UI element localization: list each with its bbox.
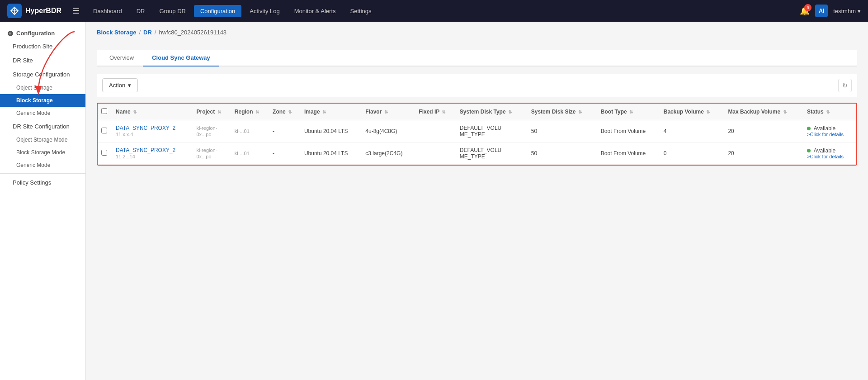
sidebar-item-object-storage[interactable]: Object Storage (0, 81, 85, 94)
main-content: Block Storage / DR / hwfc80_202405261911… (86, 22, 868, 380)
avatar: AI (815, 5, 828, 17)
row-2-name: DATA_SYNC_PROXY_211.2...14 (112, 142, 193, 165)
sort-icon-flavor[interactable]: ⇅ (384, 109, 388, 114)
nav-dashboard[interactable]: Dashboard (87, 5, 128, 17)
sort-icon-region[interactable]: ⇅ (255, 109, 259, 114)
row-2-fixed-ip (415, 142, 456, 165)
sidebar-item-block-storage-mode[interactable]: Block Storage Mode (0, 146, 85, 159)
nav-group-dr[interactable]: Group DR (153, 5, 192, 17)
sidebar-item-generic-mode-storage[interactable]: Generic Mode (0, 107, 85, 119)
col-backup-volume: Backup Volume ⇅ (660, 104, 725, 120)
sidebar-divider (0, 173, 85, 174)
row-1-status-value: Available (814, 125, 835, 132)
nav-items: Dashboard DR Group DR Configuration Acti… (87, 5, 800, 17)
row-1-click-details[interactable]: >Click for details (807, 132, 853, 137)
sidebar-item-policy-settings[interactable]: Policy Settings (0, 176, 85, 190)
sort-icon-project[interactable]: ⇅ (217, 109, 221, 114)
row-1-region: kl-...01 (231, 120, 269, 142)
sidebar-section-label: Configuration (16, 30, 55, 37)
sort-icon-status[interactable]: ⇅ (826, 109, 830, 114)
col-status: Status ⇅ (803, 104, 856, 120)
row-1-max-backup-volume: 20 (724, 120, 803, 142)
row-1-flavor: 4u-8g(4C8G) (362, 120, 415, 142)
sort-icon-name[interactable]: ⇅ (133, 109, 137, 114)
row-2-checkbox[interactable] (101, 150, 107, 156)
sort-icon-zone[interactable]: ⇅ (288, 109, 292, 114)
row-2-region-value: kl-...01 (235, 151, 250, 156)
sidebar: Configuration Production Site DR Site St… (0, 22, 86, 380)
sort-icon-system-disk-type[interactable]: ⇅ (508, 109, 512, 114)
select-all-checkbox[interactable] (101, 108, 107, 114)
sidebar-item-storage-configuration[interactable]: Storage Configuration (0, 67, 85, 81)
row-1-checkbox[interactable] (101, 128, 107, 133)
row-1-region-value: kl-...01 (235, 128, 250, 134)
nav-configuration[interactable]: Configuration (194, 5, 241, 17)
row-2-system-disk-type: DEFAULT_VOLUME_TYPE (456, 142, 528, 165)
nav-dr[interactable]: DR (130, 5, 151, 17)
row-1-boot-type: Boot From Volume (597, 120, 660, 142)
table-row: DATA_SYNC_PROXY_211.x.x.4 kl-region-0x..… (98, 120, 856, 142)
row-1-boot-type-value: Boot From Volume (601, 128, 646, 134)
col-flavor: Flavor ⇅ (362, 104, 415, 120)
row-2-system-disk-type-value: DEFAULT_VOLUME_TYPE (460, 147, 501, 160)
tab-cloud-sync-gateway[interactable]: Cloud Sync Gateway (143, 50, 219, 66)
nav-monitor-alerts[interactable]: Monitor & Alerts (288, 5, 342, 17)
row-2-image-value: Ubuntu 20.04 LTS (304, 150, 348, 157)
sidebar-item-dr-site-configuration[interactable]: DR Site Configuration (0, 119, 85, 133)
status-dot-available (807, 127, 811, 130)
row-2-status: Available >Click for details (803, 142, 856, 165)
breadcrumb-block-storage[interactable]: Block Storage (97, 29, 136, 36)
sort-icon-backup-volume[interactable]: ⇅ (706, 109, 710, 114)
sidebar-section-configuration: Configuration (0, 25, 85, 39)
row-1-image-value: Ubuntu 20.04 LTS (304, 128, 348, 134)
data-table-container: Name ⇅ Project ⇅ Region ⇅ (97, 103, 857, 166)
row-1-checkbox-cell[interactable] (98, 120, 112, 142)
breadcrumb-current: hwfc80_20240526191143 (159, 29, 226, 36)
notification-bell[interactable]: 🔔 9 (800, 6, 810, 16)
nav-settings[interactable]: Settings (344, 5, 378, 17)
row-2-region: kl-...01 (231, 142, 269, 165)
sort-icon-image[interactable]: ⇅ (322, 109, 326, 114)
refresh-button[interactable]: ↻ (838, 79, 852, 92)
breadcrumb-dr[interactable]: DR (143, 29, 152, 36)
row-2-project: kl-region-0x...pc (193, 142, 231, 165)
row-2-name-link[interactable]: DATA_SYNC_PROXY_211.2...14 (116, 147, 175, 160)
sidebar-item-block-storage[interactable]: Block Storage (0, 94, 85, 107)
row-1-backup-volume: 4 (660, 120, 725, 142)
row-1-flavor-value: 4u-8g(4C8G) (365, 128, 397, 134)
row-2-click-details[interactable]: >Click for details (807, 154, 853, 159)
col-boot-type: Boot Type ⇅ (597, 104, 660, 120)
top-navigation: HyperBDR ☰ Dashboard DR Group DR Configu… (0, 0, 868, 22)
tab-overview[interactable]: Overview (100, 50, 143, 66)
hamburger-menu[interactable]: ☰ (72, 6, 80, 16)
username-dropdown[interactable]: testmhm ▾ (833, 8, 861, 14)
sort-icon-boot-type[interactable]: ⇅ (629, 109, 633, 114)
tabs-container: Overview Cloud Sync Gateway (97, 50, 857, 66)
breadcrumb-sep-2: / (155, 29, 156, 36)
row-1-name-link[interactable]: DATA_SYNC_PROXY_211.x.x.4 (116, 125, 175, 138)
row-2-zone-value: - (273, 150, 274, 157)
nav-activity-log[interactable]: Activity Log (243, 5, 286, 17)
sort-icon-fixed-ip[interactable]: ⇅ (442, 109, 445, 114)
chevron-down-icon: ▾ (858, 8, 861, 14)
sort-icon-system-disk-size[interactable]: ⇅ (578, 109, 582, 114)
row-1-project: kl-region-0x...pc (193, 120, 231, 142)
username-label: testmhm (833, 8, 856, 14)
sort-icon-max-backup-volume[interactable]: ⇅ (783, 109, 787, 114)
row-2-project-value: kl-region-0x...pc (197, 147, 217, 159)
row-1-name: DATA_SYNC_PROXY_211.x.x.4 (112, 120, 193, 142)
sidebar-item-generic-mode[interactable]: Generic Mode (0, 159, 85, 171)
row-2-checkbox-cell[interactable] (98, 142, 112, 165)
select-all-checkbox-header[interactable] (98, 104, 112, 120)
row-2-flavor-value: c3.large(2C4G) (365, 150, 402, 157)
sidebar-item-production-site[interactable]: Production Site (0, 39, 85, 53)
sidebar-item-object-storage-mode[interactable]: Object Storage Mode (0, 133, 85, 146)
sidebar-item-dr-site[interactable]: DR Site (0, 53, 85, 67)
col-region: Region ⇅ (231, 104, 269, 120)
row-1-zone: - (269, 120, 301, 142)
status-dot-available-2 (807, 149, 811, 152)
action-button[interactable]: Action ▾ (102, 78, 138, 92)
data-table: Name ⇅ Project ⇅ Region ⇅ (98, 104, 856, 165)
row-2-image: Ubuntu 20.04 LTS (301, 142, 362, 165)
row-1-system-disk-type: DEFAULT_VOLUME_TYPE (456, 120, 528, 142)
